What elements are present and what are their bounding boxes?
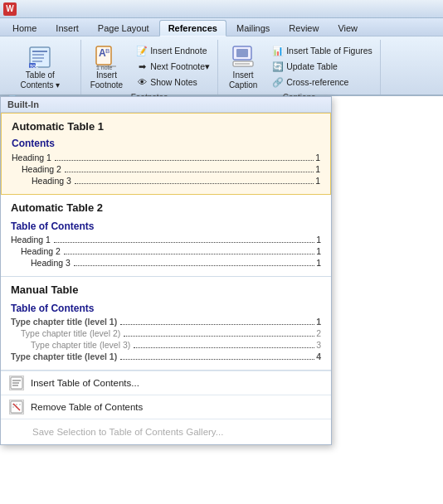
tab-pagelayout[interactable]: Page Layout bbox=[89, 20, 158, 36]
tab-home[interactable]: Home bbox=[3, 20, 46, 36]
auto2-entry-2: Heading 3 1 bbox=[11, 258, 321, 269]
toc-icon: TOC bbox=[27, 44, 53, 70]
manual-table-title: Manual Table bbox=[11, 284, 321, 296]
show-notes-icon: 👁 bbox=[136, 76, 148, 88]
captions-group: InsertCaption 📊 Insert Table of Figures … bbox=[218, 40, 381, 94]
insert-caption-button[interactable]: InsertCaption bbox=[222, 41, 265, 93]
remove-toc-label: Remove Table of Contents bbox=[31, 402, 143, 412]
next-footnote-button[interactable]: ➡ Next Footnote ▾ bbox=[132, 59, 214, 74]
insert-endnote-button[interactable]: 📝 Insert Endnote bbox=[132, 43, 214, 58]
toc-button-label: Table ofContents ▾ bbox=[20, 70, 60, 90]
show-notes-button[interactable]: 👁 Show Notes bbox=[132, 75, 214, 90]
toc-group: TOC Table ofContents ▾ 📄 Add Text ▾ 🔄 Up… bbox=[0, 40, 81, 94]
cross-reference-icon: 🔗 bbox=[272, 76, 284, 88]
auto-table-1-heading: Contents bbox=[12, 138, 320, 149]
auto-table-1-section[interactable]: Automatic Table 1 Contents Heading 1 1 H… bbox=[1, 113, 331, 195]
captions-small-btns: 📊 Insert Table of Figures 🔄 Update Table… bbox=[268, 43, 377, 90]
manual-entry-2: Type chapter title (level 3) 3 bbox=[11, 340, 321, 351]
update-table-captions-icon: 🔄 bbox=[272, 61, 284, 72]
insert-endnote-icon: 📝 bbox=[136, 45, 148, 56]
built-in-header: Built-In bbox=[1, 97, 331, 113]
tab-view[interactable]: View bbox=[329, 20, 367, 36]
manual-entry-1: Type chapter title (level 2) 2 bbox=[11, 328, 321, 339]
ribbon-tabs: Home Insert Page Layout References Maili… bbox=[0, 18, 443, 36]
save-selection-label: Save Selection to Table of Contents Gall… bbox=[32, 427, 223, 437]
footnotes-small-btns: 📝 Insert Endnote ➡ Next Footnote ▾ 👁 Sho… bbox=[132, 43, 214, 90]
title-bar: W bbox=[0, 0, 443, 18]
manual-entry-0: Type chapter title (level 1) 1 bbox=[11, 317, 321, 327]
svg-rect-13 bbox=[236, 49, 248, 57]
insert-toc-menu-item[interactable]: Insert Table of Contents... bbox=[1, 371, 331, 395]
footnotes-group: A B 1 note InsertFootnote 📝 Insert Endno… bbox=[81, 40, 218, 94]
remove-toc-menu-item[interactable]: Remove Table of Contents bbox=[1, 395, 331, 419]
insert-footnote-button[interactable]: A B 1 note InsertFootnote bbox=[85, 41, 129, 93]
tab-references[interactable]: References bbox=[159, 20, 226, 36]
auto1-entry-1: Heading 2 1 bbox=[12, 164, 320, 175]
auto-table-2-section[interactable]: Automatic Table 2 Table of Contents Head… bbox=[1, 195, 331, 277]
insert-toc-label: Insert Table of Contents... bbox=[31, 378, 139, 388]
svg-text:B: B bbox=[105, 47, 110, 55]
insert-toc-icon bbox=[9, 376, 24, 390]
tab-mailings[interactable]: Mailings bbox=[227, 20, 279, 36]
app-icon: W bbox=[3, 2, 17, 16]
auto2-entry-1: Heading 2 1 bbox=[11, 246, 321, 257]
caption-icon bbox=[230, 44, 256, 70]
manual-entry-3: Type chapter title (level 1) 4 bbox=[11, 351, 321, 362]
svg-text:TOC: TOC bbox=[30, 64, 39, 69]
footnote-icon: A B 1 note bbox=[93, 44, 119, 70]
insert-footnote-label: InsertFootnote bbox=[90, 70, 123, 90]
table-of-contents-button[interactable]: TOC Table ofContents ▾ bbox=[14, 41, 66, 93]
table-of-figures-icon: 📊 bbox=[272, 45, 284, 56]
auto-table-1-title: Automatic Table 1 bbox=[12, 120, 320, 133]
update-table-captions-button[interactable]: 🔄 Update Table bbox=[268, 59, 377, 74]
manual-table-heading: Table of Contents bbox=[11, 301, 321, 314]
auto1-entry-2: Heading 3 1 bbox=[12, 176, 320, 187]
toc-dropdown-panel: Built-In Automatic Table 1 Contents Head… bbox=[0, 96, 332, 445]
auto-table-2-heading: Table of Contents bbox=[11, 219, 321, 232]
auto2-entry-0: Heading 1 1 bbox=[11, 235, 321, 245]
save-selection-menu-item: Save Selection to Table of Contents Gall… bbox=[1, 419, 331, 444]
insert-table-of-figures-button[interactable]: 📊 Insert Table of Figures bbox=[268, 43, 377, 58]
next-footnote-icon: ➡ bbox=[136, 61, 148, 72]
remove-toc-icon bbox=[9, 400, 24, 414]
cross-reference-button[interactable]: 🔗 Cross-reference bbox=[268, 75, 377, 90]
svg-text:1 note: 1 note bbox=[96, 65, 113, 70]
auto-table-2-title: Automatic Table 2 bbox=[11, 201, 321, 214]
manual-table-section[interactable]: Manual Table Table of Contents Type chap… bbox=[1, 277, 331, 371]
insert-caption-label: InsertCaption bbox=[229, 70, 257, 90]
save-selection-icon bbox=[9, 424, 26, 440]
auto1-entry-0: Heading 1 1 bbox=[12, 153, 320, 163]
ribbon-toolbar: TOC Table ofContents ▾ 📄 Add Text ▾ 🔄 Up… bbox=[0, 36, 443, 96]
tab-review[interactable]: Review bbox=[280, 20, 328, 36]
tab-insert[interactable]: Insert bbox=[46, 20, 88, 36]
